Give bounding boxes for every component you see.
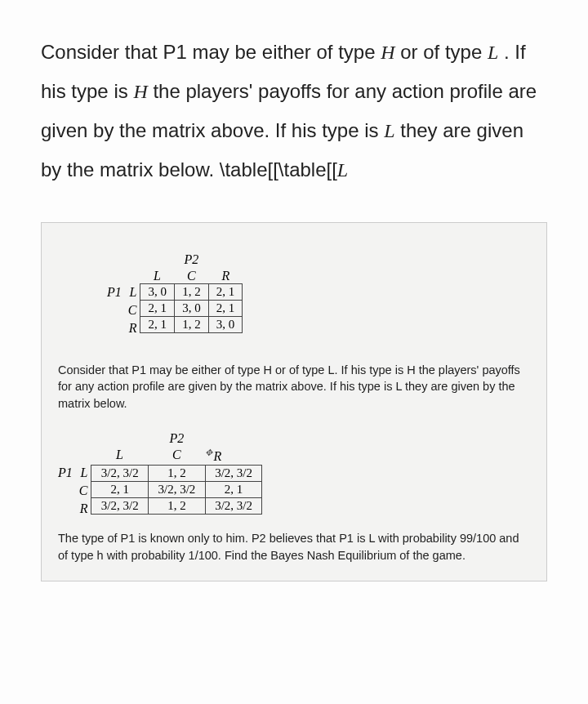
p1-label-L: P1 (58, 466, 73, 480)
middle-paragraph: Consider that P1 may be either of type H… (58, 362, 530, 412)
payoff-matrix-L: P1 L C R P2 L C ✥R (58, 428, 530, 518)
row-label: L (79, 464, 88, 482)
payoff-cell: 2, 1 (91, 481, 149, 497)
col-label: L (140, 269, 174, 283)
payoff-cell: 1, 2 (149, 497, 206, 514)
row-label: C (128, 301, 137, 319)
matrix-table-H: 3, 0 1, 2 2, 1 2, 1 3, 0 2, 1 2, 1 1, 2 (140, 283, 243, 333)
row-labels-H: L C R (128, 247, 137, 337)
payoff-cell: 2, 1 (208, 283, 243, 300)
payoff-cell: 2, 1 (208, 300, 243, 316)
payoff-cell: 1, 2 (149, 465, 206, 481)
col-labels-H: L C R (140, 269, 243, 283)
col-label: R (213, 450, 221, 464)
payoff-cell: 3, 0 (140, 283, 175, 300)
p2-label-H: P2 (140, 252, 243, 267)
intro-text-2: or of type (395, 41, 488, 63)
col-label: C (148, 448, 205, 464)
payoff-cell: 3/2, 3/2 (205, 465, 262, 481)
col-label: L (91, 448, 148, 464)
row-label: L (128, 283, 137, 301)
type-L-3: L (337, 159, 348, 180)
payoff-cell: 2, 1 (205, 481, 262, 497)
type-L: L (488, 42, 498, 63)
payoff-cell: 1, 2 (175, 316, 209, 332)
row-label: R (128, 319, 137, 337)
p1-label-H: P1 (107, 285, 122, 300)
payoff-cell: 3, 0 (208, 316, 243, 332)
col-label: C (174, 269, 208, 283)
col-labels-L: L C ✥R (91, 448, 262, 464)
type-L-2: L (384, 120, 394, 141)
row-label: R (79, 500, 88, 518)
payoff-cell: 1, 2 (175, 283, 209, 300)
payoff-cell: 2, 1 (140, 316, 175, 332)
intro-paragraph: Consider that P1 may be either of type H… (41, 33, 547, 189)
page: Consider that P1 may be either of type H… (0, 0, 588, 606)
move-icon: ✥ (205, 448, 212, 458)
row-label: C (79, 482, 88, 500)
payoff-cell: 3/2, 3/2 (91, 497, 149, 514)
payoff-cell: 3, 0 (175, 300, 209, 316)
row-labels-L: L C R (79, 428, 88, 518)
payoff-cell: 3/2, 3/2 (205, 497, 262, 514)
type-H: H (381, 42, 394, 63)
payoff-matrix-H: P1 L C R P2 L C R (107, 247, 530, 337)
payoff-cell: 2, 1 (140, 300, 175, 316)
intro-text-1: Consider that P1 may be either of type (41, 41, 381, 63)
payoff-cell: 3/2, 3/2 (149, 481, 206, 497)
col-label-R: ✥R (205, 448, 262, 464)
content-box: P1 L C R P2 L C R (41, 222, 547, 581)
p2-label-L: P2 (91, 431, 262, 446)
type-H-2: H (133, 81, 147, 102)
col-label: R (208, 269, 243, 283)
matrix-table-L: 3/2, 3/2 1, 2 3/2, 3/2 2, 1 3/2, 3/2 2, … (91, 465, 262, 515)
bottom-paragraph: The type of P1 is known only to him. P2 … (58, 530, 530, 564)
payoff-cell: 3/2, 3/2 (91, 465, 149, 481)
